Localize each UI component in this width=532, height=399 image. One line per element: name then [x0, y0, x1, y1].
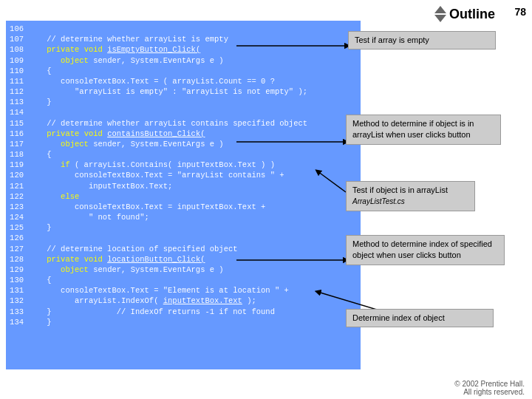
code-line: 118 { [6, 149, 361, 160]
annotation-box-3: Test if object is in arrayList ArrayList… [346, 181, 475, 211]
code-line: 130 { [6, 275, 361, 285]
code-line: 125 } [6, 222, 361, 233]
code-line: 123 consoleTextBox.Text = inputTextBox.T… [6, 202, 361, 212]
slide-number: 78 [514, 6, 526, 18]
code-line: 110 { [6, 66, 361, 76]
code-line: 114 [6, 107, 361, 117]
code-line: 126 [6, 233, 361, 243]
annotation-text-4: Method to determine index of specified o… [352, 239, 492, 259]
code-line: 121 inputTextBox.Text; [6, 181, 361, 191]
outline-arrows-icon [434, 6, 446, 22]
slide-container: 78 Outline 106 107 // determine whether … [0, 0, 532, 399]
code-line: 131 consoleTextBox.Text = "Element is at… [6, 285, 361, 296]
code-line: 120 consoleTextBox.Text = "arrayList con… [6, 170, 361, 180]
code-line: 111 consoleTextBox.Text = ( arrayList.Co… [6, 76, 361, 86]
code-line: 133 } // IndexOf returns -1 if not found [6, 307, 361, 317]
code-line-128: 128 private void locationButton_Click( [6, 254, 361, 265]
code-line: 113 } [6, 97, 361, 107]
annotation-box-2: Method to determine if object is in arra… [346, 115, 501, 145]
footer: © 2002 Prentice Hall. All rights reserve… [454, 380, 525, 396]
annotation-box-1: Test if array is empty [348, 31, 496, 50]
code-line: 115 // determine whether arrayList conta… [6, 118, 361, 129]
code-line: 127 // determine location of specified o… [6, 244, 361, 254]
code-line-116: 116 private void containsButton_Click( [6, 129, 361, 139]
code-line-119: 119 if ( arrayList.Contains( inputTextBo… [6, 160, 361, 170]
arrow-up-icon [434, 6, 446, 13]
footer-line2: All rights reserved. [454, 388, 525, 396]
code-area: 106 107 // determine whether arrayList i… [6, 21, 361, 369]
code-line: 122 else [6, 191, 361, 202]
code-line-108: 108 private void isEmptyButton_Click( [6, 44, 361, 55]
code-line: 107 // determine whether arrayList is em… [6, 34, 361, 44]
footer-line1: © 2002 Prentice Hall. [454, 380, 525, 388]
filename-label: ArrayListTest.cs [352, 197, 405, 205]
code-line: 129 object sender, System.EventArgs e ) [6, 265, 361, 275]
annotation-text-1: Test if array is empty [355, 35, 429, 44]
annotation-box-5: Determine index of object [346, 309, 494, 327]
code-line: 109 object sender, System.EventArgs e ) [6, 55, 361, 66]
code-line: 106 [6, 24, 361, 34]
code-line: 124 " not found"; [6, 212, 361, 222]
code-line: 112 "arrayList is empty" : "arrayList is… [6, 86, 361, 97]
annotation-box-4: Method to determine index of specified o… [346, 235, 505, 265]
annotation-text-3: Test if object is in arrayList [352, 185, 448, 194]
code-line: 117 object sender, System.EventArgs e ) [6, 139, 361, 149]
outline-button[interactable]: Outline [434, 6, 495, 22]
annotation-text-2: Method to determine if object is in arra… [352, 119, 474, 139]
arrow-down-icon [434, 15, 446, 22]
code-line-132: 132 arrayList.IndexOf( inputTextBox.Text… [6, 296, 361, 306]
annotation-text-5: Determine index of object [352, 313, 445, 322]
outline-label: Outline [449, 7, 495, 22]
code-line: 134 } [6, 317, 361, 327]
